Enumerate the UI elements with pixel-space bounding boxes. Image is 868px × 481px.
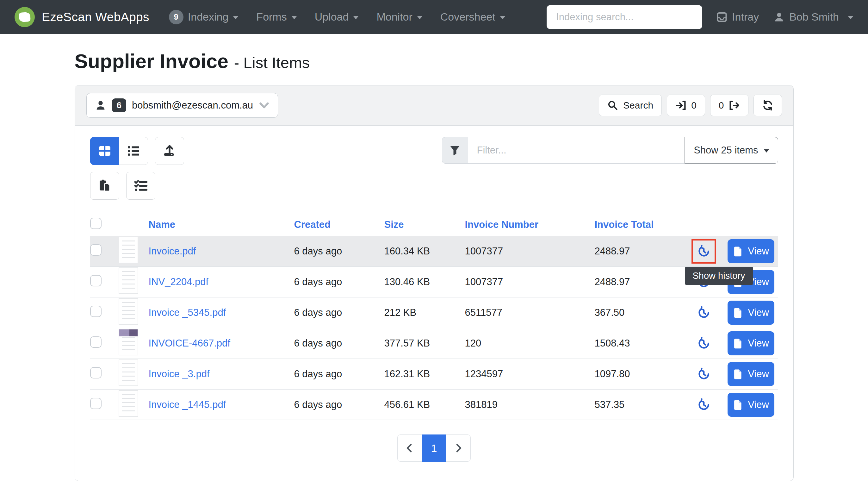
- row-checkbox[interactable]: [90, 367, 101, 379]
- show-history-button[interactable]: [693, 364, 714, 385]
- document-thumbnail[interactable]: [119, 237, 138, 263]
- page-title: Supplier Invoice - List Items: [75, 50, 794, 72]
- row-checkbox[interactable]: [90, 244, 101, 256]
- page-1-button[interactable]: 1: [422, 434, 446, 462]
- view-button[interactable]: View: [727, 362, 774, 386]
- check-in-count: 0: [691, 100, 696, 111]
- filter-group: Show 25 items: [442, 137, 778, 163]
- clock-history-icon: [697, 398, 711, 412]
- brand[interactable]: EzeScan WebApps: [14, 7, 149, 27]
- clock-history-icon: [697, 244, 711, 258]
- grid-view-button[interactable]: [90, 137, 119, 165]
- column-header-invoice-number[interactable]: Invoice Number: [465, 219, 539, 230]
- table-row: Invoice _3.pdf 6 days ago 162.31 KB 1234…: [90, 359, 778, 389]
- nav-menu-item-monitor[interactable]: Monitor: [376, 11, 422, 23]
- check-out-button[interactable]: 0: [710, 95, 748, 116]
- view-button[interactable]: View: [727, 393, 774, 417]
- nav-menu-item-coversheet[interactable]: Coversheet: [440, 11, 505, 23]
- queue-selector[interactable]: 6 bobsmith@ezescan.com.au: [86, 93, 278, 118]
- table-row: INVOICE-4667.pdf 6 days ago 377.57 KB 12…: [90, 328, 778, 359]
- page-subtitle: - List Items: [234, 54, 310, 71]
- upload-button[interactable]: [155, 137, 184, 165]
- row-checkbox[interactable]: [90, 275, 101, 287]
- created-cell: 6 days ago: [294, 399, 384, 411]
- chevron-left-icon: [405, 443, 415, 453]
- previous-page-button[interactable]: [397, 434, 422, 462]
- sign-out-icon: [729, 100, 740, 111]
- chevron-right-icon: [453, 443, 463, 453]
- list-items-card: 6 bobsmith@ezescan.com.au Search: [75, 85, 794, 481]
- show-history-button[interactable]: [693, 333, 714, 354]
- filter-input[interactable]: [468, 137, 685, 163]
- search-button[interactable]: Search: [599, 95, 662, 116]
- checklist-button[interactable]: [126, 172, 155, 200]
- show-items-select[interactable]: Show 25 items: [685, 137, 778, 163]
- file-icon: [733, 307, 743, 318]
- view-button[interactable]: View: [727, 239, 774, 263]
- check-in-button[interactable]: 0: [667, 95, 705, 116]
- card-header: 6 bobsmith@ezescan.com.au Search: [75, 85, 793, 126]
- invoice-number-cell: 120: [465, 338, 595, 349]
- file-icon: [733, 399, 743, 410]
- file-icon: [733, 246, 743, 257]
- table-row: Invoice _1445.pdf 6 days ago 456.61 KB 3…: [90, 389, 778, 420]
- user-icon: [95, 100, 106, 111]
- refresh-button[interactable]: [753, 95, 782, 116]
- file-icon: [733, 338, 743, 349]
- row-checkbox[interactable]: [90, 398, 101, 409]
- invoice-total-cell: 2488.97: [595, 246, 680, 257]
- upload-icon: [163, 144, 177, 158]
- view-button[interactable]: View: [727, 301, 774, 325]
- invoice-total-cell: 1508.43: [595, 338, 680, 349]
- queue-value: bobsmith@ezescan.com.au: [132, 100, 253, 111]
- clock-history-icon: [697, 306, 711, 320]
- paste-button[interactable]: [90, 172, 119, 200]
- nav-menu-item-forms[interactable]: Forms: [256, 11, 297, 23]
- column-header-size[interactable]: Size: [384, 219, 404, 230]
- document-thumbnail[interactable]: [119, 298, 138, 325]
- funnel-icon: [449, 145, 461, 156]
- table-row: Invoice.pdf 6 days ago 160.34 KB 1007377…: [90, 236, 778, 266]
- paste-icon: [98, 179, 112, 193]
- grid-view-icon: [98, 144, 112, 158]
- view-toggle-group: [90, 137, 148, 165]
- nav-menu-item-indexing[interactable]: 9 Indexing: [169, 10, 239, 24]
- search-icon: [607, 100, 618, 111]
- list-view-button[interactable]: [119, 137, 148, 165]
- created-cell: 6 days ago: [294, 307, 384, 318]
- show-history-button[interactable]: [693, 302, 714, 323]
- size-cell: 160.34 KB: [384, 246, 465, 257]
- document-thumbnail[interactable]: [119, 267, 138, 294]
- row-checkbox[interactable]: [90, 306, 101, 317]
- documents-table: Name Created Size Invoice Number Invoice…: [90, 213, 778, 420]
- indexing-search-input[interactable]: [547, 5, 702, 29]
- user-menu[interactable]: Bob Smith: [773, 11, 854, 23]
- document-name-link[interactable]: INVOICE-4667.pdf: [149, 338, 230, 349]
- user-icon: [773, 11, 785, 23]
- column-header-created[interactable]: Created: [294, 219, 331, 230]
- intray-link[interactable]: Intray: [716, 11, 759, 23]
- show-history-button[interactable]: [693, 241, 714, 262]
- document-thumbnail[interactable]: [119, 329, 138, 355]
- column-header-invoice-total[interactable]: Invoice Total: [595, 219, 654, 230]
- document-thumbnail[interactable]: [119, 390, 138, 417]
- invoice-number-cell: 6511577: [465, 307, 595, 318]
- document-name-link[interactable]: Invoice _1445.pdf: [149, 399, 226, 410]
- row-checkbox[interactable]: [90, 336, 101, 348]
- filter-icon-addon: [442, 137, 468, 163]
- document-thumbnail[interactable]: [119, 359, 138, 386]
- view-button[interactable]: View: [727, 331, 774, 355]
- nav-menu-item-upload[interactable]: Upload: [315, 11, 359, 23]
- select-all-checkbox[interactable]: [90, 218, 101, 229]
- invoice-number-cell: 1234597: [465, 368, 595, 380]
- show-history-button[interactable]: [693, 394, 714, 415]
- created-cell: 6 days ago: [294, 246, 384, 257]
- chevron-down-icon: [353, 16, 359, 19]
- document-name-link[interactable]: INV_2204.pdf: [149, 276, 209, 287]
- column-header-name[interactable]: Name: [149, 219, 175, 230]
- next-page-button[interactable]: [446, 434, 471, 462]
- document-name-link[interactable]: Invoice _3.pdf: [149, 368, 210, 380]
- document-name-link[interactable]: Invoice.pdf: [149, 246, 196, 257]
- document-name-link[interactable]: Invoice _5345.pdf: [149, 307, 226, 318]
- chevron-down-icon: [259, 100, 270, 111]
